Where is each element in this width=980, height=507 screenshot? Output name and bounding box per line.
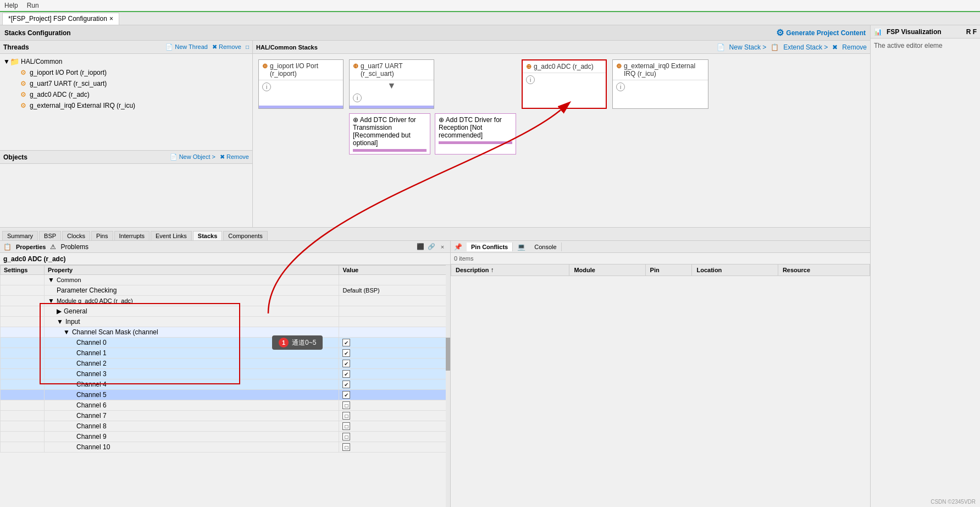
tree-item-uart7[interactable]: ⚙ g_uart7 UART (r_sci_uart) <box>18 78 250 89</box>
channel10-checkbox[interactable]: □ <box>342 443 350 451</box>
tree-item-irq0[interactable]: ⚙ g_external_irq0 External IRQ (r_icu) <box>18 100 250 111</box>
table-row-channel5[interactable]: Channel 5 ✔ <box>1 390 450 400</box>
info-icon-irq0[interactable]: i <box>616 82 625 91</box>
generate-project-content-button[interactable]: ⚙ Generate Project Content <box>776 27 866 38</box>
stack-card-ioport[interactable]: ⊕ g_ioport I/O Port (r_ioport) i <box>258 59 344 109</box>
problems-tab[interactable]: Problems <box>60 243 88 251</box>
value-cell: □ <box>339 432 450 442</box>
sub-card-dtc-tx[interactable]: ⊕ Add DTC Driver for Transmission [Recom… <box>349 113 430 155</box>
table-row-channel1[interactable]: Channel 1 ✔ <box>1 348 450 359</box>
remove-thread-button[interactable]: ✖ Remove <box>212 43 241 51</box>
tree-item-adc0[interactable]: ⚙ g_adc0 ADC (r_adc) <box>18 89 250 100</box>
tab-bar: *[FSP_Project] FSP Configuration × <box>0 12 980 25</box>
table-row-channel0[interactable]: Channel 0 ✔ <box>1 338 450 348</box>
menu-help[interactable]: Help <box>4 2 18 9</box>
tab-bsp[interactable]: BSP <box>39 231 61 240</box>
tree-item-hal-common[interactable]: ▼ 📁 HAL/Common <box>2 56 250 67</box>
table-row-channel2[interactable]: Channel 2 ✔ <box>1 359 450 369</box>
stack-card-adc0[interactable]: ⊕ g_adc0 ADC (r_adc) i <box>522 59 607 109</box>
table-row[interactable]: ▼Common <box>1 275 450 285</box>
remove-object-icon: ✖ <box>220 153 225 160</box>
expand-general[interactable]: ▶ <box>57 307 62 315</box>
maximize-icon[interactable]: ⬛ <box>416 243 425 251</box>
table-row-channel8[interactable]: Channel 8 □ <box>1 421 450 432</box>
scrollbar-track[interactable] <box>446 265 450 507</box>
stack-card-irq0[interactable]: ⊕ g_external_irq0 External IRQ (r_icu) i <box>612 59 708 109</box>
tab-stacks[interactable]: Stacks <box>193 231 222 240</box>
link-icon[interactable]: 🔗 <box>427 243 436 251</box>
expand-channel-mask[interactable]: ▼ <box>63 328 70 336</box>
table-row-channel6[interactable]: Channel 6 □ <box>1 400 450 411</box>
channel3-checkbox[interactable]: ✔ <box>342 370 350 378</box>
settings-cell <box>1 317 45 327</box>
extend-stack-button[interactable]: Extend Stack > <box>783 43 828 51</box>
plus-icon-ioport: ⊕ <box>262 62 268 70</box>
channel9-checkbox[interactable]: □ <box>342 433 350 440</box>
table-row-channel10[interactable]: Channel 10 □ <box>1 442 450 453</box>
hal-stacks-header: HAL/Common Stacks 📄 New Stack > 📋 Extend… <box>253 41 870 54</box>
console-tab[interactable]: Console <box>530 243 561 251</box>
tab-pins[interactable]: Pins <box>91 231 113 240</box>
tab-event-links[interactable]: Event Links <box>151 231 192 240</box>
minimize-threads-icon[interactable]: □ <box>246 44 249 50</box>
fsp-config-tab[interactable]: *[FSP_Project] FSP Configuration × <box>2 13 119 25</box>
pin-conflicts-content: 0 items Description ↑ Module Pin Locatio… <box>451 253 870 507</box>
property-cell: Channel 1 <box>45 348 339 359</box>
table-row[interactable]: ▼Channel Scan Mask (channel <box>1 327 450 338</box>
table-row-channel9[interactable]: Channel 9 □ <box>1 432 450 442</box>
tab-close-icon[interactable]: × <box>109 15 113 23</box>
remove-stack-button[interactable]: Remove <box>842 43 867 51</box>
property-cell: ▼Module g_adc0 ADC (r_adc) <box>45 296 339 306</box>
tab-summary[interactable]: Summary <box>2 231 38 240</box>
tree-item-ioport[interactable]: ⚙ g_ioport I/O Port (r_ioport) <box>18 67 250 78</box>
channel1-checkbox[interactable]: ✔ <box>342 349 350 357</box>
channel0-checkbox[interactable]: ✔ <box>342 339 350 346</box>
plus-icon-irq0: ⊕ <box>616 62 622 70</box>
menu-run[interactable]: Run <box>27 2 39 9</box>
tab-components[interactable]: Components <box>223 231 267 240</box>
pin-conflicts-tab[interactable]: Pin Conflicts <box>467 243 513 251</box>
channel8-checkbox[interactable]: □ <box>342 422 350 430</box>
remove-object-button[interactable]: ✖ Remove <box>220 153 249 161</box>
table-row[interactable]: ▶General <box>1 306 450 317</box>
threads-actions: 📄 New Thread ✖ Remove □ <box>165 43 249 51</box>
table-row-channel4[interactable]: Channel 4 ✔ <box>1 379 450 390</box>
scrollbar-thumb[interactable] <box>446 338 450 371</box>
new-stack-button[interactable]: New Stack > <box>729 43 767 51</box>
value-cell <box>339 327 450 338</box>
info-icon-adc0[interactable]: i <box>526 75 535 84</box>
generate-icon: ⚙ <box>776 27 784 38</box>
table-row-channel3[interactable]: Channel 3 ✔ <box>1 369 450 379</box>
tab-clocks[interactable]: Clocks <box>62 231 90 240</box>
channel7-checkbox[interactable]: □ <box>342 412 350 420</box>
hal-children: ⚙ g_ioport I/O Port (r_ioport) ⚙ g_uart7… <box>18 67 250 111</box>
channel4-checkbox[interactable]: ✔ <box>342 381 350 388</box>
bottom-section: 📋 Properties ⚠ Problems ⬛ 🔗 × g_adc0 ADC… <box>0 241 870 507</box>
expand-input[interactable]: ▼ <box>57 318 63 326</box>
info-icon-uart7[interactable]: i <box>353 93 362 102</box>
expand-common[interactable]: ▼ <box>48 276 54 284</box>
props-table-container: Settings Property Value ▼Common <box>0 265 450 507</box>
properties-tab[interactable]: Properties <box>16 244 46 250</box>
stack-card-uart7-info: i <box>350 91 434 104</box>
table-row[interactable]: ▼Module g_adc0 ADC (r_adc) <box>1 296 450 306</box>
channel6-checkbox[interactable]: □ <box>342 401 350 409</box>
table-row-channel7[interactable]: Channel 7 □ <box>1 411 450 421</box>
expand-module[interactable]: ▼ <box>48 297 54 305</box>
channel2-checkbox[interactable]: ✔ <box>342 360 350 367</box>
pin-conflicts-panel: 📌 Pin Conflicts 💻 Console 0 items Descri… <box>451 241 870 507</box>
new-thread-button[interactable]: 📄 New Thread <box>165 43 208 51</box>
new-object-button[interactable]: 📄 New Object > <box>170 153 215 161</box>
expand-arrow: ▼ <box>3 58 10 65</box>
channel5-checkbox[interactable]: ✔ <box>342 391 350 399</box>
plus-icon-dtc-rx: ⊕ <box>439 116 444 124</box>
uart7-connector: ▼ <box>350 80 434 91</box>
stack-card-uart7[interactable]: ⊕ g_uart7 UART (r_sci_uart) ▼ i <box>349 59 434 109</box>
table-row[interactable]: Parameter Checking Default (BSP) <box>1 285 450 296</box>
value-cell: ✔ <box>339 379 450 390</box>
info-icon-ioport[interactable]: i <box>262 82 271 91</box>
tab-interrupts[interactable]: Interrupts <box>114 231 150 240</box>
sub-card-dtc-rx[interactable]: ⊕ Add DTC Driver for Reception [Not reco… <box>435 113 516 155</box>
close-props-icon[interactable]: × <box>438 243 447 251</box>
table-row[interactable]: ▼Input <box>1 317 450 327</box>
